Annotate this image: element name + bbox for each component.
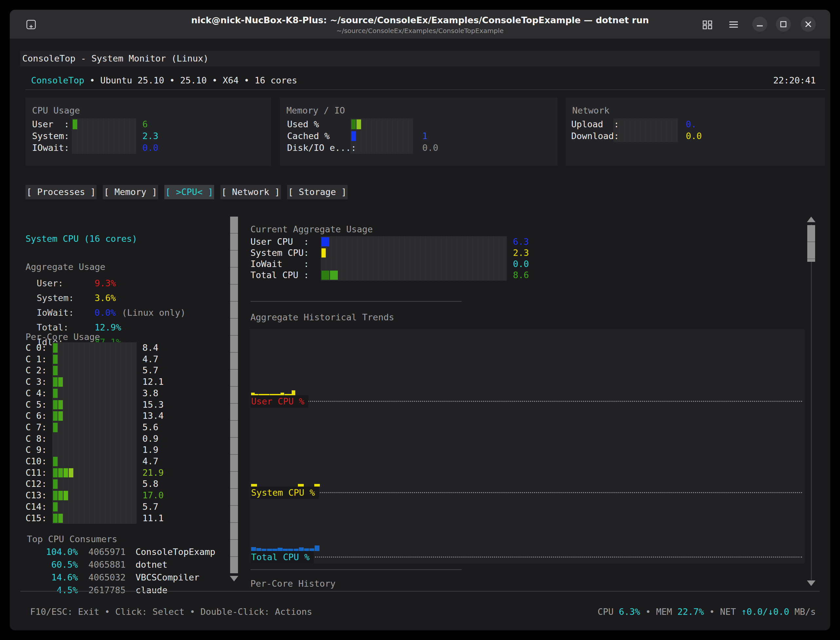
divider (26, 89, 825, 90)
statusbar-metric: ↑0.0/↓0.0 (741, 606, 789, 617)
spark-bar (288, 549, 293, 551)
consumer-cpu-percent: 104.0% (26, 546, 78, 558)
trend-baseline (315, 557, 802, 558)
consumer-name: claude (136, 584, 168, 596)
trend-series-1: System CPU % (250, 486, 804, 499)
app-title: ConsoleTop - System Monitor (Linux) (22, 53, 208, 64)
consumer-name: ConsoleTopExamp (136, 546, 215, 558)
consumer-name: VBCSCompiler (136, 571, 199, 583)
titlebar[interactable]: nick@nick-NucBox-K8-Plus: ~/source/Conso… (10, 10, 830, 38)
scroll-down-arrow-icon[interactable] (230, 576, 238, 581)
current-aggregate-title: Current Aggregate Usage (250, 224, 373, 235)
trend-label: System CPU % (250, 486, 319, 499)
meter-fill (53, 514, 58, 523)
top-consumers-rows: 104.0%4065971ConsoleTopExamp60.5%4065881… (26, 546, 242, 598)
meter-label: System: (32, 130, 69, 142)
menu-icon[interactable] (728, 18, 740, 31)
meter-label: C 7: (26, 422, 47, 433)
meter-value: 3.8 (143, 388, 159, 399)
system-info-line: ConsoleTop • Ubuntu 25.10 • 25.10 • X64 … (31, 74, 297, 87)
statusbar-metric: • (704, 606, 720, 617)
meter-label: C 0: (26, 342, 47, 354)
meter-label: System CPU: (250, 247, 309, 259)
trend-label: User CPU % (250, 395, 308, 408)
new-tab-icon[interactable] (25, 18, 37, 31)
meter-fill (351, 119, 356, 129)
consumer-pid: 4065032 (88, 571, 126, 583)
spark-bar (283, 549, 288, 551)
historical-trends-title: Aggregate Historical Trends (250, 312, 394, 323)
meter-label: Disk/IO e...: (287, 142, 356, 154)
scrollbar-track[interactable] (811, 224, 812, 580)
app-header-bar: ConsoleTop - System Monitor (Linux) (20, 51, 820, 66)
meter-track (321, 236, 507, 281)
meter-label: C 9: (26, 444, 47, 456)
spark-bar (251, 393, 255, 395)
scrollbar-thumb[interactable] (807, 225, 815, 262)
meter-label: User CPU : (250, 236, 309, 247)
trends-chart: User CPU %System CPU %Total CPU % (250, 329, 805, 563)
top-consumers-title: Top CPU Consumers (27, 533, 117, 545)
close-button[interactable] (801, 17, 816, 32)
statusbar-metrics: CPU 6.3% • MEM 22.7% • NET ↑0.0/↓0.0 MB/… (598, 605, 816, 618)
consumer-pid: 2617785 (88, 584, 126, 596)
meter-fill (53, 400, 58, 410)
window-subtitle: ~/source/ConsoleEx/Examples/ConsoleTopEx… (108, 27, 732, 35)
maximize-button[interactable] (776, 17, 791, 32)
meter-label: C 5: (26, 399, 47, 411)
meter-label: C10: (26, 456, 47, 467)
meter-fill (64, 468, 68, 478)
spark-bar (314, 546, 319, 551)
meter-value: 6 (143, 118, 147, 130)
statusbar-divider (20, 591, 820, 592)
meter-fill (53, 423, 58, 432)
meter-value: 1.9 (143, 444, 159, 456)
scrollbar-thumb[interactable] (230, 217, 238, 573)
meter-fill (64, 491, 68, 500)
spark-bar (292, 390, 295, 395)
memory-io-meter: Used % :Cached % :1Disk/IO e...:0.0 (287, 118, 549, 161)
meter-fill (53, 366, 58, 375)
spark-bar (299, 547, 304, 551)
meter-fill (321, 270, 329, 280)
spark-bar (304, 549, 309, 551)
right-panel-scrollbar[interactable] (807, 217, 816, 586)
tab-cpu[interactable]: [ >CPU< ] (164, 185, 214, 199)
meter-fill (53, 411, 58, 421)
meter-fill (53, 377, 58, 387)
left-panel-scrollbar[interactable] (230, 217, 239, 595)
meter-label: C12: (26, 478, 47, 490)
spark-bar (251, 547, 256, 551)
spark-bar (261, 549, 266, 551)
meter-value: 15.3 (143, 399, 164, 411)
statusbar-metric: 22.7% (677, 606, 704, 617)
meter-value: 11.1 (143, 513, 164, 524)
meter-label: User : (32, 118, 69, 130)
scroll-down-arrow-icon[interactable] (807, 581, 816, 586)
meter-value: 5.6 (143, 422, 159, 433)
meter-label: Upload : (571, 118, 619, 130)
meter-value: 0.0 (143, 142, 159, 154)
window-title: nick@nick-NucBox-K8-Plus: ~/source/Conso… (75, 15, 765, 25)
app-name: ConsoleTop (31, 75, 85, 85)
meter-fill (53, 479, 58, 489)
tab-network[interactable]: [ Network ] (220, 185, 281, 199)
meter-value: 2.3 (143, 130, 159, 142)
spark-bar (298, 484, 304, 486)
tab-memory[interactable]: [ Memory ] (103, 185, 158, 199)
tab-overview-icon[interactable] (701, 18, 713, 31)
meter-fill (53, 502, 58, 512)
tab-storage[interactable]: [ Storage ] (287, 185, 348, 199)
percore-usage-title: Per-Core Usage (26, 331, 100, 343)
minimize-button[interactable] (752, 17, 767, 32)
meter-fill (73, 119, 77, 129)
meter-fill (53, 343, 58, 353)
meter-fill (58, 377, 63, 387)
tab-processes[interactable]: [ Processes ] (26, 185, 96, 199)
statusbar-metric: MEM (656, 606, 677, 617)
meter-value: 6.3 (513, 236, 529, 247)
meter-fill (53, 355, 58, 364)
scroll-up-arrow-icon[interactable] (807, 217, 816, 222)
spark-bar (309, 549, 314, 551)
terminal-window: nick@nick-NucBox-K8-Plus: ~/source/Conso… (10, 10, 830, 630)
